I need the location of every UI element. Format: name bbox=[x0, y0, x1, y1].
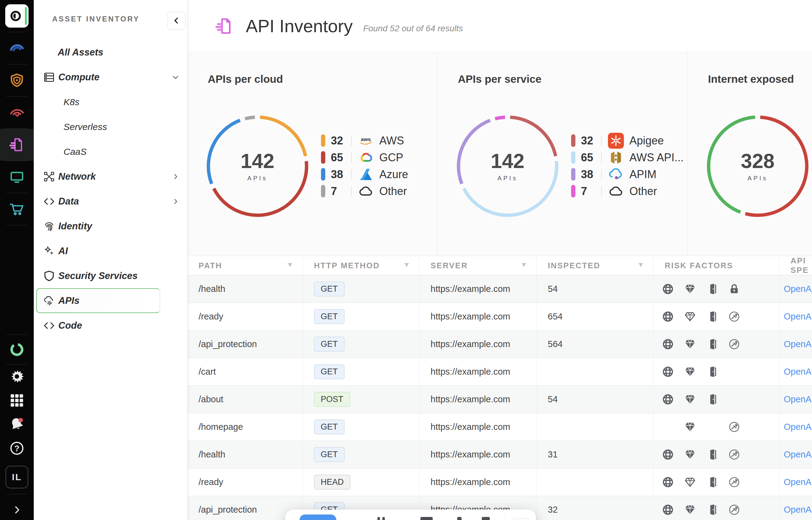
cell-method: GET bbox=[303, 413, 419, 441]
rail-item-notifications[interactable] bbox=[0, 412, 34, 436]
rail-item-workloads[interactable] bbox=[0, 161, 34, 193]
api-spec-link[interactable]: OpenAP bbox=[784, 339, 812, 349]
globe-icon bbox=[662, 476, 684, 488]
sidebar-item-label: CaaS bbox=[64, 147, 87, 157]
cell-path: /homepage bbox=[188, 413, 303, 441]
gem-icon bbox=[684, 283, 706, 295]
arcs-icon bbox=[8, 40, 25, 56]
api-spec-link[interactable]: OpenAP bbox=[784, 477, 812, 487]
donut-caption: APIs bbox=[747, 175, 768, 182]
cart-icon bbox=[8, 201, 25, 217]
toolbar-icon[interactable] bbox=[383, 517, 385, 520]
sidebar-item-identity[interactable]: Identity bbox=[34, 214, 187, 238]
sidebar-item-network[interactable]: Network bbox=[34, 164, 187, 189]
cell-inspected bbox=[537, 358, 654, 385]
sidebar-item-caas[interactable]: CaaS bbox=[34, 139, 187, 164]
sidebar-item-k8s[interactable]: K8s bbox=[34, 89, 187, 114]
chart-card-2: APIs per service 142 APIs 32 Apigee 65 bbox=[437, 52, 687, 256]
cell-path: /cart bbox=[188, 358, 303, 385]
legend-label: AWS bbox=[379, 134, 404, 147]
sidebar-item-ai[interactable]: AI bbox=[34, 238, 187, 263]
bug-icon bbox=[728, 338, 750, 350]
legend-item: 65 GCP bbox=[321, 151, 408, 164]
legend-value: 7 bbox=[331, 185, 350, 198]
rail-item-discovery[interactable] bbox=[0, 32, 34, 64]
table-row[interactable]: /homepage GET https://example.com OpenAP bbox=[188, 413, 812, 441]
rail-item-protection[interactable] bbox=[0, 64, 34, 96]
rail-item-apps[interactable] bbox=[0, 388, 34, 412]
table-row[interactable]: /about POST https://example.com 54 OpenA… bbox=[188, 386, 812, 413]
toolbar-icon[interactable] bbox=[457, 517, 462, 520]
sidebar-item-data[interactable]: Data bbox=[34, 189, 187, 214]
sidebar-item-compute[interactable]: Compute bbox=[34, 65, 187, 89]
rail-item-settings[interactable] bbox=[0, 365, 34, 388]
legend-label: Azure bbox=[379, 168, 408, 181]
cell-server: https://example.com bbox=[419, 275, 537, 303]
door-icon bbox=[706, 310, 728, 323]
legend-divider bbox=[601, 186, 602, 197]
legend-item: 7 Other bbox=[321, 185, 408, 198]
sidebar-item-label: APIs bbox=[58, 295, 79, 306]
rail-item-help[interactable]: ? bbox=[0, 436, 34, 460]
legend-label: Apigee bbox=[630, 134, 664, 147]
api-spec-link[interactable]: OpenAP bbox=[784, 422, 812, 432]
api-spec-link[interactable]: OpenAP bbox=[784, 394, 812, 405]
table-row[interactable]: /health GET https://example.com 31 OpenA… bbox=[188, 441, 812, 468]
table-row[interactable]: /api_protection GET https://example.com … bbox=[188, 331, 812, 358]
table-row[interactable]: /ready HEAD https://example.com OpenAP bbox=[188, 468, 812, 496]
icon-rail: ?IL bbox=[0, 0, 34, 520]
cell-path: /health bbox=[188, 275, 303, 303]
sidebar-item-security-services[interactable]: Security Services bbox=[34, 263, 187, 288]
api-spec-link[interactable]: OpenAP bbox=[784, 284, 812, 294]
shield-orange-icon bbox=[8, 72, 25, 88]
rail-item-sync[interactable] bbox=[0, 335, 34, 364]
toolbar-icon[interactable] bbox=[482, 517, 490, 520]
table-row[interactable]: /health GET https://example.com 54 OpenA… bbox=[188, 275, 812, 303]
sidebar-item-label: AI bbox=[58, 245, 68, 257]
column-label: PATH bbox=[199, 261, 222, 270]
table-row[interactable]: /cart GET https://example.com OpenAP bbox=[188, 358, 812, 386]
sidebar-item-apis[interactable]: APIs bbox=[36, 288, 160, 313]
sidebar-item-all-assets[interactable]: All Assets bbox=[34, 40, 187, 65]
api-spec-link[interactable]: OpenAP bbox=[784, 367, 812, 377]
rail-divider bbox=[6, 225, 28, 225]
filter-icon[interactable] bbox=[403, 262, 411, 269]
sidebar-item-serverless[interactable]: Serverless bbox=[34, 114, 187, 139]
column-label: SERVER bbox=[430, 261, 468, 270]
globe-icon bbox=[662, 365, 684, 378]
api-spec-link[interactable]: OpenAP bbox=[784, 312, 812, 322]
rail-expand-button[interactable] bbox=[0, 494, 34, 520]
method-badge: GET bbox=[314, 447, 345, 462]
cell-risk-factors bbox=[654, 331, 780, 358]
globe-icon bbox=[662, 283, 684, 295]
toolbar-icon[interactable] bbox=[377, 517, 380, 520]
code-icon bbox=[43, 319, 55, 332]
api-spec-link[interactable]: OpenAP bbox=[784, 449, 812, 460]
toolbar-secondary-button[interactable] bbox=[512, 518, 531, 520]
cell-api-spec: OpenAP bbox=[780, 496, 812, 520]
sidebar-collapse-button[interactable] bbox=[168, 12, 186, 29]
toolbar-primary-button[interactable] bbox=[299, 515, 336, 520]
cell-api-spec: OpenAP bbox=[780, 413, 812, 441]
rail-item-api-inventory[interactable] bbox=[0, 129, 34, 161]
gem-icon bbox=[684, 448, 706, 461]
cloud-icon bbox=[358, 183, 374, 199]
rail-item-profile[interactable]: IL bbox=[0, 460, 34, 494]
chart-legend: 32 aws AWS 65 GCP bbox=[321, 134, 408, 198]
legend-item: 32 aws AWS bbox=[321, 134, 408, 147]
filter-icon[interactable] bbox=[286, 262, 294, 269]
legend-value: 38 bbox=[581, 168, 600, 181]
legend-swatch bbox=[321, 134, 325, 147]
table-row[interactable]: /ready GET https://example.com 654 OpenA… bbox=[188, 303, 812, 331]
filter-icon[interactable] bbox=[520, 262, 528, 269]
toolbar-icon[interactable] bbox=[420, 517, 433, 520]
filter-icon[interactable] bbox=[637, 262, 645, 269]
app-logo[interactable] bbox=[0, 0, 34, 32]
toolbar-divider bbox=[505, 514, 506, 520]
sidebar-item-code[interactable]: Code bbox=[34, 313, 187, 338]
rail-item-marketplace[interactable] bbox=[0, 193, 34, 225]
column-header-server: SERVER bbox=[419, 256, 537, 275]
api-spec-link[interactable]: OpenAP bbox=[784, 505, 812, 515]
method-badge: GET bbox=[314, 419, 345, 435]
rail-item-visibility[interactable] bbox=[0, 97, 34, 128]
